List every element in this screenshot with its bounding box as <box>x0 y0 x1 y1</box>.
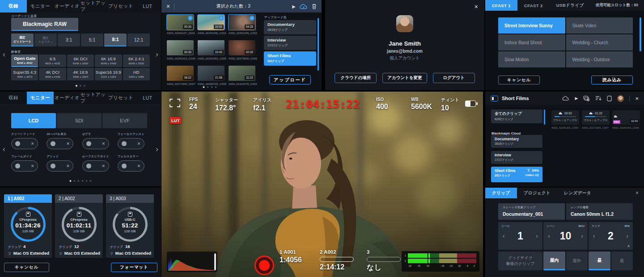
preset-item[interactable]: Indoor Band Shoot <box>498 34 565 50</box>
scrollbar[interactable] <box>544 109 545 125</box>
quality-option[interactable]: 8:1 <box>104 34 127 46</box>
close-icon[interactable]: × <box>475 4 478 10</box>
trash-icon[interactable] <box>312 4 317 9</box>
media-card[interactable]: 3 | A003 USB-C 51:22 128 GB クリップ16 フォーマッ… <box>106 194 154 258</box>
toggle-switch[interactable]: × <box>47 160 73 172</box>
sort-icon[interactable] <box>595 96 602 101</box>
preset-item[interactable]: Street Interview Sunny <box>498 17 565 34</box>
close-icon[interactable]: × <box>635 96 639 101</box>
toggle-switch[interactable]: × <box>47 138 73 149</box>
slate-tab[interactable]: プロジェクト <box>517 188 558 198</box>
resolution-option[interactable]: HD1920 x 1080 <box>123 68 150 80</box>
cloud-clip-thumbnail[interactable]: 10:43 PXY: 10:43 <box>612 110 640 125</box>
resolution-option[interactable]: 6K 16:96048 x 3408 <box>95 55 122 67</box>
clips-check-icon[interactable] <box>583 96 590 101</box>
scrollbar[interactable] <box>640 17 641 51</box>
chevron-left-icon[interactable]: ‹ <box>3 50 5 58</box>
tab[interactable]: オーディオ <box>54 0 80 13</box>
page-dots[interactable] <box>70 180 92 182</box>
tint-stat[interactable]: ティント10 <box>441 97 459 112</box>
resolution-option[interactable]: Open Gate6048 x 4032 <box>11 55 38 67</box>
output-option[interactable]: SDI <box>57 113 102 128</box>
clip-thumbnail[interactable]: ✓ 02:33 <box>229 40 255 55</box>
cloud-folder[interactable]: Interview 17/17クリップ <box>491 151 542 164</box>
tab[interactable]: 収録 <box>0 0 27 13</box>
media-card[interactable]: 2 | A002 CFexpress 01:02:11 128 GB クリップ1… <box>55 194 103 258</box>
page-dot[interactable] <box>82 180 84 182</box>
tab[interactable]: オーディオ <box>54 92 80 104</box>
media-pool-icon[interactable] <box>491 96 498 101</box>
tab[interactable]: 収録 <box>0 92 27 104</box>
upload-folder[interactable]: Interview 17/17クリップ <box>264 36 316 50</box>
account-action-button[interactable]: アカウントを変更 <box>382 73 427 83</box>
resolution-option[interactable]: 6K DCI6048 x 3200 <box>67 55 94 67</box>
page-dot[interactable] <box>203 86 205 88</box>
clip-thumbnail[interactable]: ✓ 08:22 <box>167 66 194 81</box>
tab[interactable]: LUT <box>134 0 161 13</box>
stepper-increment[interactable]: › <box>536 232 538 239</box>
quality-option[interactable]: 3:1 <box>58 34 80 46</box>
cancel-button[interactable]: キャンセル <box>4 263 49 272</box>
resolution-option[interactable]: 4K DCI4096 x 2160 <box>39 68 66 80</box>
slate-tab[interactable]: レンズデータ <box>557 188 598 198</box>
clip-thumbnail[interactable]: ✓ 00:33 <box>167 15 194 30</box>
stepper-increment[interactable]: › <box>626 232 628 239</box>
play-icon[interactable]: ▶ <box>575 96 578 101</box>
page-dot[interactable] <box>84 85 85 87</box>
page-dot[interactable] <box>211 86 213 88</box>
cloud-clip-thumbnail[interactable]: 01:22 プロキシをアップロード中.. <box>582 110 610 125</box>
play-icon[interactable]: ▶ <box>292 4 296 9</box>
clip-thumbnail[interactable]: ✓ 04:25 <box>229 15 255 30</box>
tab[interactable]: プリセット <box>107 92 134 104</box>
resolution-option[interactable]: 4K 16:94096 x 2304 <box>67 68 94 80</box>
storage-slot-status[interactable]: 1 A001 1:4056 <box>280 249 315 264</box>
storage-slot-status[interactable]: 3 なし <box>367 249 402 273</box>
quality-option[interactable]: 固定クオリティ <box>34 34 57 46</box>
resolution-option[interactable]: 6K 2.4:16048 x 2520 <box>123 55 150 67</box>
close-icon[interactable]: × <box>636 190 639 196</box>
tab[interactable]: プリセット <box>107 0 134 13</box>
good-take-button[interactable]: グッドテイク 最後のクリップ <box>498 252 542 270</box>
histogram-slider[interactable] <box>214 253 216 270</box>
page-dot[interactable] <box>70 180 72 182</box>
page-dot[interactable] <box>207 86 209 88</box>
quality-option[interactable]: 固定ビットレート <box>11 34 34 46</box>
stepper-increment[interactable]: › <box>581 232 583 239</box>
wb-stat[interactable]: WB5600K <box>411 97 432 111</box>
avatar[interactable] <box>617 95 624 102</box>
tab[interactable]: モニター <box>27 92 54 104</box>
preset-item[interactable]: Skate Video <box>566 17 633 34</box>
clip-thumbnail[interactable]: ✓ 21:08 <box>198 66 225 81</box>
upload-folder[interactable]: Documentary 28/28クリップ <box>264 20 316 34</box>
page-dots[interactable] <box>203 86 217 88</box>
slot-tab[interactable]: USBドライブ <box>550 0 591 11</box>
account-action-button[interactable]: ログアウト <box>433 73 475 83</box>
frame-guides-icon[interactable] <box>169 99 180 109</box>
timecode[interactable]: 21:04:15:22 <box>286 98 360 111</box>
close-icon[interactable]: × <box>166 3 170 9</box>
slot-tab[interactable]: CFAST 2 <box>517 0 550 11</box>
tab[interactable]: セットアップ <box>80 92 107 104</box>
upload-folder[interactable]: Short Films 3/3クリップ <box>264 51 316 66</box>
chevron-right-icon[interactable]: › <box>156 50 158 58</box>
page-dot[interactable] <box>74 180 76 182</box>
environment-option[interactable]: 夜 <box>611 252 633 270</box>
page-dot[interactable] <box>80 85 81 87</box>
preset-item[interactable]: Slow Motion <box>498 51 565 67</box>
chevron-right-icon[interactable]: › <box>156 145 158 153</box>
preset-item[interactable]: Wedding - Outdoor <box>566 51 633 67</box>
page-dot[interactable] <box>86 180 88 182</box>
fps-stat[interactable]: FPS24 <box>189 97 198 111</box>
load-button[interactable]: 読み込み <box>591 76 633 84</box>
slate-tab[interactable]: クリップ <box>485 188 517 198</box>
battery-icon[interactable] <box>465 101 476 107</box>
toggle-switch[interactable]: × <box>82 160 109 172</box>
clip-thumbnail[interactable]: ✓ 10:43 <box>198 40 225 55</box>
environment-option[interactable]: 昼 <box>589 252 610 270</box>
slot-tab[interactable]: CFAST 1 <box>485 0 517 11</box>
toggle-switch[interactable]: × <box>11 138 38 149</box>
tab[interactable]: セットアップ <box>80 0 107 13</box>
all-clips-item[interactable]: 全てのクリップ 62/62クリップ <box>491 109 542 123</box>
toggle-switch[interactable]: × <box>11 160 38 172</box>
toggle-switch[interactable]: × <box>118 160 144 172</box>
